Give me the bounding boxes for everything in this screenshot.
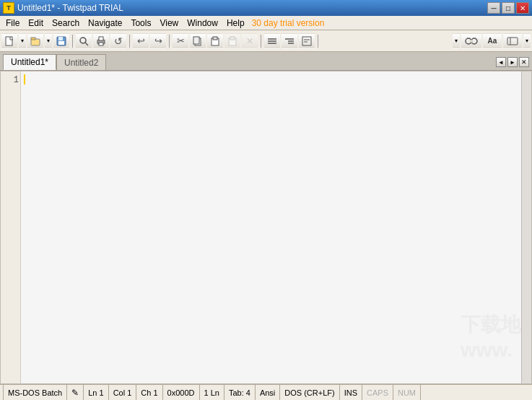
num-status: NUM (393, 385, 421, 400)
svg-point-6 (80, 38, 86, 43)
svg-rect-29 (507, 38, 518, 45)
aa-button[interactable]: Aa (483, 33, 502, 49)
lines-count-status: 1 Ln (200, 385, 224, 400)
col-label: Col (113, 388, 126, 397)
extra-dropdown[interactable]: ▾ (523, 33, 531, 49)
line-status: Ln 1 (84, 385, 108, 400)
menu-bar: File Edit Search Navigate Tools View Win… (0, 16, 532, 30)
editor-content[interactable] (21, 71, 521, 383)
menu-edit[interactable]: Edit (24, 17, 48, 29)
delete-button[interactable]: ✕ (242, 33, 258, 49)
separator-3 (169, 35, 170, 48)
caps-label: CAPS (367, 388, 388, 397)
tab-untitled1[interactable]: Untitled1* (3, 54, 56, 70)
tab-label: Tab: 4 (229, 388, 250, 397)
open-dropdown[interactable]: ▾ (45, 33, 52, 49)
num-label: NUM (398, 388, 416, 397)
editor-area[interactable]: 1 下载地www. (0, 71, 532, 384)
ln-label: Ln (88, 388, 97, 397)
encoding-label: Ansi (260, 388, 275, 397)
svg-rect-9 (99, 37, 103, 40)
title-bar-left: T Untitled1* - Twistpad TRIAL (3, 2, 123, 14)
editor-scrollbar[interactable] (521, 71, 531, 383)
line-numbers: 1 (1, 71, 21, 383)
wrap-button[interactable] (299, 33, 315, 49)
modified-icon: ✎ (71, 388, 79, 398)
indent-button[interactable] (264, 33, 280, 49)
menu-navigate[interactable]: Navigate (84, 17, 126, 29)
tab-prev-button[interactable]: ◄ (496, 57, 506, 67)
binoculars-button[interactable] (461, 33, 481, 49)
close-button[interactable]: ✕ (516, 2, 529, 14)
svg-rect-12 (193, 37, 199, 44)
svg-rect-10 (99, 43, 103, 45)
svg-rect-16 (230, 37, 235, 40)
tab-next-button[interactable]: ► (507, 57, 518, 67)
file-type-label: MS-DOS Batch (8, 388, 62, 397)
ins-status: INS (340, 385, 362, 400)
menu-search[interactable]: Search (48, 17, 84, 29)
title-text: Untitled1* - Twistpad TRIAL (17, 3, 123, 13)
copy-button[interactable] (190, 33, 206, 49)
title-bar: T Untitled1* - Twistpad TRIAL ─ □ ✕ (0, 0, 532, 16)
col-status: Col 1 (109, 385, 137, 400)
save-button[interactable] (53, 33, 69, 49)
svg-rect-0 (6, 37, 12, 45)
right-dropdown[interactable]: ▾ (453, 33, 460, 49)
tab-close-button[interactable]: ✕ (519, 57, 529, 67)
print-button[interactable] (93, 33, 109, 49)
app-icon: T (3, 2, 14, 14)
tab-navigation: ◄ ► ✕ (496, 57, 529, 67)
svg-line-7 (85, 43, 88, 45)
line-number-1: 1 (2, 74, 19, 86)
ch-value: 1 (153, 388, 157, 397)
eol-label: DOS (CR+LF) (284, 388, 334, 397)
tab-status: Tab: 4 (224, 385, 256, 400)
new-dropdown[interactable]: ▾ (19, 33, 26, 49)
text-cursor (24, 74, 25, 84)
menu-help[interactable]: Help (222, 17, 249, 29)
find-button[interactable] (76, 33, 92, 49)
svg-rect-23 (302, 37, 311, 45)
menu-file[interactable]: File (1, 17, 24, 29)
menu-window[interactable]: Window (183, 17, 222, 29)
modified-status: ✎ (67, 385, 84, 400)
svg-rect-5 (58, 41, 64, 45)
eol-status: DOS (CR+LF) (280, 385, 339, 400)
caps-status: CAPS (362, 385, 393, 400)
open-button[interactable] (27, 33, 43, 49)
paste-prev-button[interactable] (224, 33, 240, 49)
separator-2 (129, 35, 130, 48)
lines-count: 1 Ln (204, 388, 219, 397)
status-bar: MS-DOS Batch ✎ Ln 1 Col 1 Ch 1 0x000D 1 … (0, 384, 532, 400)
redo-button[interactable]: ↪ (150, 33, 166, 49)
tab-bar: Untitled1* Untitled2 ◄ ► ✕ (0, 52, 532, 71)
minimize-button[interactable]: ─ (487, 2, 500, 14)
ins-label: INS (344, 388, 357, 397)
col-value: 1 (127, 388, 131, 397)
paste-button[interactable] (207, 33, 223, 49)
title-controls: ─ □ ✕ (487, 2, 529, 14)
hex-status: 0x000D (163, 385, 200, 400)
separator-4 (261, 35, 261, 48)
undo-button[interactable]: ↩ (133, 33, 149, 49)
ch-status: Ch 1 (136, 385, 162, 400)
file-type-status: MS-DOS Batch (3, 385, 67, 400)
tab-untitled2[interactable]: Untitled2 (56, 54, 106, 70)
toolbar: ▾ ▾ ↺ ↩ ↪ ✂ ✕ (0, 30, 532, 52)
ch-label: Ch (141, 388, 151, 397)
trial-notice: 30 day trial version (252, 18, 325, 28)
ln-value: 1 (100, 388, 104, 397)
extra-button[interactable] (503, 33, 522, 49)
maximize-button[interactable]: □ (502, 2, 515, 14)
svg-rect-28 (470, 40, 473, 43)
new-button[interactable] (1, 33, 17, 49)
reload-button[interactable]: ↺ (110, 33, 126, 49)
svg-rect-4 (58, 37, 63, 40)
menu-view[interactable]: View (155, 17, 183, 29)
separator-5 (318, 35, 318, 48)
unindent-button[interactable] (282, 33, 297, 49)
menu-tools[interactable]: Tools (126, 17, 155, 29)
cut-button[interactable]: ✂ (173, 33, 188, 49)
encoding-status: Ansi (256, 385, 280, 400)
